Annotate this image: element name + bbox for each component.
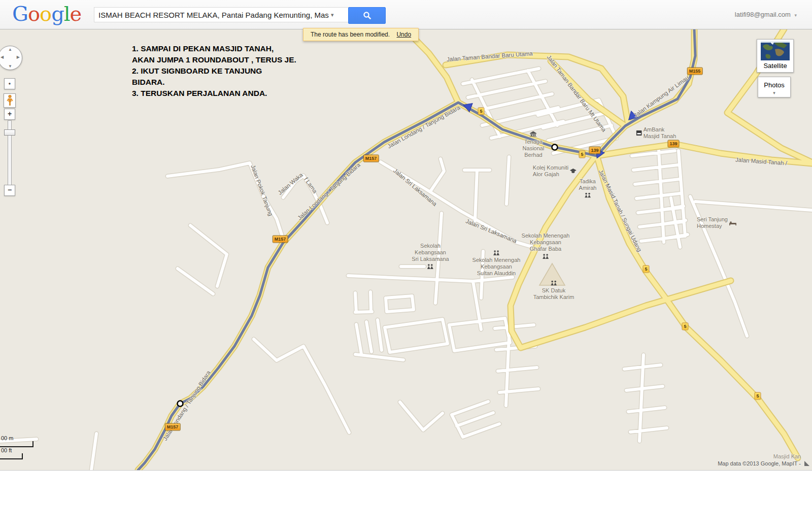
scale-bar	[0, 458, 23, 459]
poi-label[interactable]: Sekolah MenengahKebangsaanGhafar Baba	[522, 232, 570, 259]
route-instructions: 1. SAMPAI DI PEKAN MASJID TANAH,AKAN JUM…	[132, 43, 296, 99]
report-arrow-icon[interactable]	[803, 460, 810, 469]
route-shield: 5	[579, 151, 585, 158]
logo-letter: l	[64, 2, 70, 25]
pan-down-icon[interactable]: ▼	[8, 64, 12, 69]
scale-bar-tick	[22, 453, 23, 459]
pan-left-icon[interactable]: ◀	[1, 55, 4, 59]
road-label: Jalan Taman Bandar Baru Mt Utama	[546, 54, 607, 133]
people-icon	[585, 193, 591, 198]
route-shield: M157	[273, 236, 288, 243]
chevron-down-icon: ▾	[794, 13, 797, 18]
poi-label[interactable]: TadikaAmirah	[579, 178, 597, 198]
map-canvas[interactable]: Jalan Taman Bandar Baru UtamaJalan Taman…	[0, 29, 812, 471]
poi-label[interactable]: Seri TanjungHomestay	[697, 216, 736, 229]
poi-label[interactable]: AmBankMasjid Tanah	[636, 126, 676, 140]
route-shield: M157	[165, 423, 181, 431]
people-icon	[493, 250, 499, 255]
account-menu[interactable]: latifi98@gmail.com ▾	[735, 11, 797, 18]
zoom-slider-handle[interactable]	[4, 129, 15, 136]
account-email: latifi98@gmail.com	[735, 11, 791, 18]
instruction-line: BIDARA.	[132, 77, 296, 88]
zoom-out-button[interactable]: −	[4, 185, 15, 196]
road-label: Jalan Masid Tanah / Sungai Udang	[598, 169, 643, 252]
search-dropdown-icon[interactable]: ▾	[331, 12, 334, 18]
poi-text: Seri TanjungHomestay	[697, 216, 728, 229]
search-input[interactable]	[94, 7, 356, 22]
satellite-button[interactable]: Satellite	[757, 39, 794, 73]
poi-label[interactable]: Masjid Kan	[773, 453, 801, 460]
street-view-pegman[interactable]	[4, 93, 16, 108]
satellite-thumbnail-icon	[759, 41, 792, 60]
poi-text: Kolej KomunitiAlor Gajah	[533, 164, 568, 178]
google-logo: Google	[12, 2, 81, 25]
route-shield: M155	[687, 68, 703, 75]
poi-text: TadikaAmirah	[579, 178, 597, 191]
poi-text: Masjid Kan	[773, 453, 801, 460]
road-label: Jalan Londang / Tanjung Bidara	[296, 161, 361, 221]
poi-text: AmBankMasjid Tanah	[644, 126, 676, 140]
pan-up-icon[interactable]: ▲	[8, 47, 12, 52]
instruction-line: 1. SAMPAI DI PEKAN MASJID TANAH,	[132, 43, 296, 54]
logo-letter: g	[51, 2, 64, 25]
people-icon	[551, 281, 557, 286]
road-label: Jalan Kampung Air Limau	[632, 75, 690, 119]
road-label: Jalan Waka	[277, 172, 303, 196]
poi-label[interactable]: Sekolah MenengahKebangsaanSultan Alauddi…	[472, 250, 521, 277]
road-label: Jalan Pokok Tanjung	[250, 164, 274, 217]
people-icon	[427, 264, 434, 269]
cap-icon	[570, 169, 577, 174]
poi-text: Sekolah MenengahKebangsaanGhafar Baba	[522, 232, 570, 252]
route-shield: M157	[363, 155, 379, 162]
route-modified-toast: The route has been modified. Undo	[303, 28, 419, 41]
instruction-line: AKAN JUMPA 1 ROUNDABOUT , TERUS JE.	[132, 54, 296, 65]
satellite-label: Satellite	[759, 60, 792, 71]
road-label: Jalan Londang / Tanjung Bidara	[162, 370, 212, 442]
instruction-line: 3. TERUSKAN PERJALANAN ANDA.	[132, 88, 296, 99]
zoom-in-button[interactable]: +	[4, 109, 15, 120]
bed-icon	[729, 221, 736, 225]
map-attribution: Map data ©2013 Google, MapIT -	[718, 460, 801, 467]
poi-label[interactable]: Kolej KomunitiAlor Gajah	[533, 164, 577, 178]
scale-meters-label: 00 m	[1, 435, 13, 441]
photos-label: Photos	[764, 81, 784, 89]
logo-letter: o	[28, 2, 40, 25]
logo-letter: o	[40, 2, 51, 25]
road-label: f Lama	[303, 176, 318, 194]
pegman-icon	[7, 95, 13, 106]
toast-message: The route has been modified.	[311, 31, 390, 38]
undo-link[interactable]: Undo	[396, 31, 411, 38]
scale-feet-label: 00 ft	[1, 447, 12, 453]
route-shield: 5	[478, 108, 484, 115]
poi-label[interactable]: SekolahKebangsaanSri Laksamana	[412, 243, 449, 269]
search-icon	[363, 11, 371, 20]
top-bar: Google ▾ latifi98@gmail.com ▾	[0, 0, 812, 29]
route-shield: 5	[754, 392, 761, 400]
plus-icon: +	[8, 110, 12, 118]
route-shield: 139	[589, 147, 600, 154]
logo-letter: e	[70, 2, 82, 25]
route-shield: 5	[682, 323, 688, 330]
people-icon	[542, 254, 549, 259]
road-label: Jalan Sri Laksamana	[392, 168, 438, 207]
reset-view-button[interactable]: ●	[4, 78, 15, 89]
road-label: Jalan Taman Bandar Baru Utama	[447, 50, 533, 62]
poi-text: TenagaNasionalBerhad	[523, 139, 545, 158]
search-button[interactable]	[348, 7, 386, 24]
chevron-down-icon: ▾	[758, 90, 790, 95]
center-dot-icon: ●	[9, 81, 11, 86]
pan-right-icon[interactable]: ▶	[17, 55, 20, 59]
route-shield: 5	[642, 265, 649, 273]
road-label: Jalan Sri Laksamana	[465, 218, 518, 244]
bank-icon	[636, 130, 642, 136]
poi-text: SekolahKebangsaanSri Laksamana	[412, 243, 449, 262]
building-icon	[530, 131, 537, 137]
minus-icon: −	[8, 186, 12, 194]
poi-label[interactable]: TenagaNasionalBerhad	[523, 131, 545, 158]
scale-bar-tick	[32, 441, 33, 447]
poi-label[interactable]: SK DatukTambichik Karim	[533, 281, 574, 301]
photos-button[interactable]: Photos ▾	[758, 77, 791, 97]
poi-text: Sekolah MenengahKebangsaanSultan Alauddi…	[472, 257, 521, 277]
logo-letter: G	[12, 2, 28, 25]
road-label: Jalan Masid Tanah /	[735, 156, 788, 166]
